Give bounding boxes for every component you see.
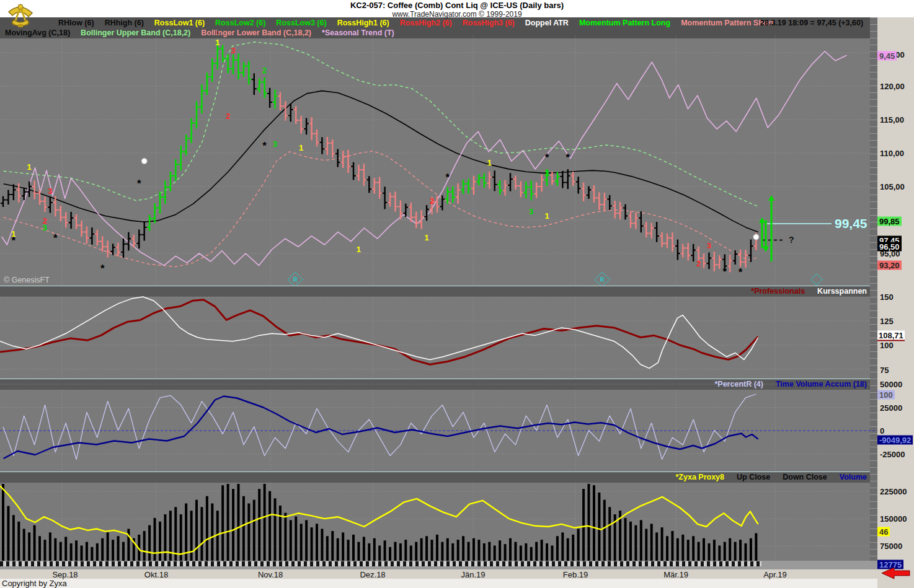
svg-text:*: * [545,152,549,164]
svg-text:*: * [137,178,141,190]
axis-value-label: -9049,92 [877,436,913,445]
axis-value-label: 75000 [880,542,902,551]
axis-value-label: 0 [880,426,884,436]
axis-value-label: 108,71 [877,331,905,341]
axis-value-label: 115,00 [880,115,904,125]
axis-value-label: 120,00 [880,82,905,91]
svg-text:3: 3 [707,241,711,250]
quote-datetime-label: 28.3.19 18:09 = 97,45 (+3,60) [760,19,863,27]
svg-text:2: 2 [430,196,434,206]
axis-value-label: 9,45 [877,51,897,61]
svg-text:1: 1 [11,229,16,239]
svg-text:1: 1 [299,143,303,152]
copyright-band [0,579,914,588]
svg-text:99,45: 99,45 [835,216,867,230]
chart-subtitle: www.TradeNavigator.com © 1999-2019 [0,10,914,19]
axis-value-label: 110,00 [880,149,904,158]
svg-text:*: * [445,172,450,183]
month-tick-label: Nov.18 [258,570,283,579]
legend-item: Kursspannen [817,287,867,296]
svg-text:1: 1 [424,233,428,242]
legend-item: RHlow (6) [58,19,94,27]
svg-text:3: 3 [529,207,533,216]
axis-value-label: 125 [880,317,894,326]
professionals-chart[interactable] [0,286,870,379]
month-tick-label: Mär.19 [663,570,688,579]
axis-value-label: 225000 [880,487,907,496]
trade-navigator-window: KC2-057: Coffee (Comb) Cont Liq @ ICE-US… [0,0,914,588]
svg-text:3: 3 [48,186,52,196]
axis-value-label: 100 [880,341,894,350]
legend-item: Down Close [783,473,827,481]
legend-item: Volume [840,473,867,481]
axis-value-label: 150 [880,292,894,302]
latest-bar-arrow-icon [881,566,912,580]
svg-text:1: 1 [544,211,549,221]
month-tick-label: Apr.19 [763,570,787,579]
month-tick-label: Dez.18 [360,570,385,579]
axis-value-label: 75 [880,366,889,375]
legend-item: RossHigh3 (6) [463,19,515,27]
legend-item: *PercentR (4) [714,380,763,388]
axis-value-label: 25000 [880,403,902,413]
svg-text:R: R [600,276,605,283]
legend-item: RossLow1 (6) [154,19,205,27]
main-price-chart[interactable]: *11*233**1*232*31112*1321**23**RR99,45? [0,17,870,286]
month-tick-label: Jän.19 [461,570,485,579]
svg-text:*: * [739,266,743,278]
volume-chart[interactable] [0,472,870,561]
legend-item: RossHigh1 (6) [337,19,389,27]
axis-value-label: -25000 [880,450,905,459]
axis-value-label: 100 [877,390,895,400]
price-axis-labels[interactable] [877,17,914,588]
svg-text:*: * [53,232,58,244]
legend-item: *Zyxa Proxy8 [676,473,725,481]
legend-item: Momentum Pattern Long [579,19,670,27]
axis-value-label: 95,00 [880,249,900,258]
axis-value-label: 99,85 [877,217,902,226]
legend-item: *Professionals [751,287,805,296]
month-tick-label: Okt.18 [144,570,168,579]
genesis-sextant-logo-icon [4,1,37,30]
legend-item: RossHigh2 (6) [400,19,452,27]
svg-text:1: 1 [357,245,361,254]
legend-item: *Seasonal Trend (T) [322,29,394,37]
genesisft-credit-label: © GenesisFT [4,276,50,284]
svg-text:1: 1 [487,158,492,167]
svg-text:3: 3 [273,139,277,149]
axis-value-label: 46 [877,527,890,537]
month-tick-label: Sep.18 [52,570,78,579]
svg-text:2: 2 [544,169,549,178]
svg-text:2: 2 [226,112,230,121]
svg-text:*: * [100,263,105,274]
svg-text:*: * [722,266,727,278]
axis-value-label: 150000 [880,514,907,524]
chart-titlebar: KC2-057: Coffee (Comb) Cont Liq @ ICE-US… [0,0,914,17]
professionals-panel-title: *ProfessionalsKursspannen [751,287,867,296]
svg-text:2: 2 [262,66,267,75]
chart-title: KC2-057: Coffee (Comb) Cont Liq @ ICE-US… [0,0,914,10]
percentr-chart[interactable] [0,379,877,472]
svg-text:*: * [566,152,570,164]
legend-item: Time Volume Accum (18) [776,380,867,388]
percentr-panel-title: *PercentR (4)Time Volume Accum (18) [714,380,867,388]
axis-value-label: 93,20 [877,261,902,270]
month-tick-label: Feb.19 [563,570,588,579]
svg-text:3: 3 [43,223,47,232]
svg-text:R: R [293,276,298,283]
volume-panel-title: *Zyxa Proxy8Up CloseDown CloseVolume [676,473,867,481]
legend-item: Up Close [737,473,770,481]
legend-item: Doppel ATR [525,19,569,27]
axis-value-label: 105,00 [880,182,905,191]
axis-value-label: 50000 [880,380,902,389]
legend-item: RHhigh (6) [105,19,144,27]
svg-text:2: 2 [696,259,701,268]
svg-text:3: 3 [231,46,235,55]
legend-item: RossLow2 (6) [215,19,265,27]
svg-text:?: ? [789,235,794,245]
copyright-label: Copyright by Zyxa [2,579,67,588]
legend-item: Bollinger Lower Band (C,18,2) [201,29,311,37]
time-axis-tickmarks [0,561,761,566]
price-axis-ticks[interactable] [870,17,877,561]
legend-item: Bollinger Upper Band (C,18,2) [81,29,190,37]
